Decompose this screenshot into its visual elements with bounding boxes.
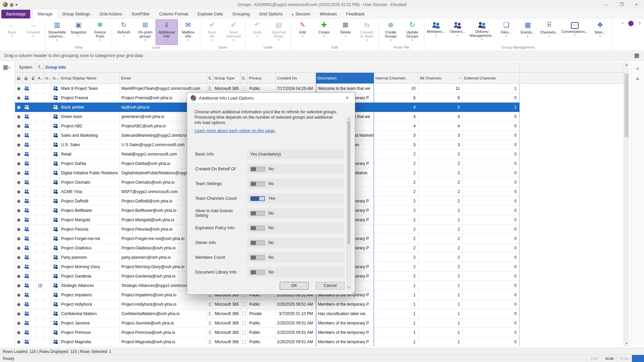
- header-is-1[interactable]: Is...: [44, 73, 51, 84]
- internal-channels-cell[interactable]: 2: [374, 253, 419, 262]
- tab-grouping[interactable]: Grouping: [228, 9, 254, 19]
- all-channels-cell[interactable]: 2: [419, 215, 463, 225]
- email-cell[interactable]: Project-Jasmine@ovh.ytria.io: [120, 318, 207, 328]
- group-type-cell[interactable]: Microsoft 365: [213, 309, 240, 318]
- all-channels-cell[interactable]: 1: [419, 318, 463, 328]
- checkbox-icon[interactable]: [242, 86, 246, 90]
- all-channels-cell[interactable]: 2: [419, 243, 463, 253]
- create-button[interactable]: ✚Create▾: [313, 20, 335, 45]
- all-channels-cell[interactable]: 2: [419, 234, 463, 243]
- group-display-name-cell[interactable]: Sales and Marketing: [59, 131, 120, 140]
- header-created-on[interactable]: Created On: [276, 73, 316, 84]
- toggle-switch[interactable]: [250, 181, 265, 186]
- edit-button[interactable]: ✎Edit▾: [292, 20, 313, 45]
- sites-button[interactable]: ❖Sites...▾: [589, 20, 611, 45]
- internal-channels-cell[interactable]: 2: [374, 149, 419, 159]
- dialog-close-icon[interactable]: ×: [343, 95, 352, 101]
- external-channels-cell[interactable]: 0: [463, 328, 520, 337]
- group-display-name-cell[interactable]: ACME Ytria: [59, 187, 120, 196]
- group-display-name-cell[interactable]: Green team: [59, 112, 120, 121]
- tab-explode-cells[interactable]: Explode Cells: [193, 9, 228, 19]
- group-display-name-cell[interactable]: Strategic Alliances: [59, 281, 120, 290]
- header-internal-channels[interactable]: Internal Channels: [374, 73, 419, 84]
- external-channels-cell[interactable]: 0: [463, 168, 520, 178]
- external-channels-cell[interactable]: 0: [463, 272, 520, 281]
- header-lock-3[interactable]: [30, 73, 37, 84]
- snapshot-button[interactable]: ▣Snapshot▾: [68, 20, 89, 45]
- group-display-name-cell[interactable]: Project Hollyhock: [59, 300, 120, 309]
- privacy-cell[interactable]: Public: [248, 337, 276, 347]
- external-channels-cell[interactable]: 0: [463, 187, 520, 196]
- help-icon[interactable]: ?: [638, 21, 641, 26]
- dialog-scroll-up-icon[interactable]: ▲: [347, 117, 351, 120]
- external-channels-cell[interactable]: 0: [463, 93, 520, 103]
- created-on-cell[interactable]: 2/25/2025 09:51 AM: [276, 318, 316, 328]
- group-display-name-cell[interactable]: Digital Initiative Public Relations: [59, 168, 120, 178]
- grouping-delete-icon[interactable]: ▦: [634, 52, 639, 59]
- checkbox-icon[interactable]: [242, 330, 246, 335]
- created-on-cell[interactable]: 3/7/2025 01:10 PM: [276, 309, 316, 318]
- all-channels-cell[interactable]: 1: [419, 300, 463, 309]
- selected-rows-button[interactable]: ▤Selected Rows▾: [268, 20, 289, 45]
- internal-channels-cell[interactable]: 1: [374, 309, 419, 318]
- external-channels-cell[interactable]: 0: [463, 215, 520, 225]
- internal-channels-cell[interactable]: 1: [374, 290, 419, 300]
- additional-info-button[interactable]: ⇓Additional Info▾: [156, 20, 177, 45]
- all-channels-cell[interactable]: 2: [419, 262, 463, 272]
- option-control[interactable]: Yes: [247, 193, 344, 203]
- group-display-name-cell[interactable]: U.S. Sales: [59, 140, 120, 149]
- internal-channels-cell[interactable]: 2: [374, 187, 419, 196]
- tab-backstage[interactable]: Backstage: [1, 10, 30, 18]
- header-a[interactable]: A...: [37, 73, 44, 84]
- tab-sort-filter[interactable]: Sort/Filter: [127, 9, 154, 19]
- internal-channels-cell[interactable]: 4: [374, 112, 419, 121]
- internal-channels-cell[interactable]: 2: [374, 196, 419, 206]
- all-channels-cell[interactable]: 2: [419, 272, 463, 281]
- external-channels-cell[interactable]: 0: [463, 262, 520, 272]
- tab-group-settings[interactable]: Group Settings: [58, 9, 95, 19]
- option-control[interactable]: No: [247, 208, 344, 218]
- external-channels-cell[interactable]: 0: [463, 121, 520, 131]
- scroll-down-icon[interactable]: ▼: [624, 341, 629, 347]
- external-channels-cell[interactable]: 1: [463, 84, 520, 93]
- group-display-name-cell[interactable]: Confidential Matters: [59, 309, 120, 318]
- checkbox-icon[interactable]: [242, 321, 246, 325]
- internal-channels-cell[interactable]: 2: [374, 159, 419, 168]
- close-button[interactable]: ×: [629, 0, 644, 9]
- group-display-name-cell[interactable]: Project Forget-me-not: [59, 234, 120, 243]
- all-channels-cell[interactable]: 2: [419, 206, 463, 215]
- external-channels-cell[interactable]: 0: [463, 243, 520, 253]
- external-channels-cell[interactable]: 0: [463, 149, 520, 159]
- description-cell[interactable]: Members of the temporary P: [316, 300, 374, 309]
- internal-channels-cell[interactable]: 2: [374, 272, 419, 281]
- on-prem-groups-button[interactable]: ⊞On-prem groups▾: [135, 20, 156, 45]
- internal-channels-cell[interactable]: 2: [374, 225, 419, 234]
- tab-column-format[interactable]: Column Format: [155, 9, 193, 19]
- group-display-name-cell[interactable]: Project Petunia: [59, 225, 120, 234]
- all-channels-cell[interactable]: 1: [419, 281, 463, 290]
- header-privacy[interactable]: Privacy: [248, 73, 276, 84]
- group-type-cell[interactable]: Microsoft 365: [213, 328, 240, 337]
- internal-channels-cell[interactable]: 2: [374, 178, 419, 187]
- table-row[interactable]: ◉ Confidential Matters ConfidentialMatte…: [15, 309, 624, 318]
- grouping-zone[interactable]: Drag a column header to this grouping zo…: [0, 50, 644, 61]
- group-display-name-cell[interactable]: Retail: [59, 149, 120, 159]
- refresh-button[interactable]: ↻Refresh▾: [113, 20, 135, 45]
- toggle-switch[interactable]: [250, 226, 265, 231]
- internal-channels-cell[interactable]: 1: [374, 318, 419, 328]
- external-channels-cell[interactable]: 0: [463, 309, 520, 318]
- internal-channels-cell[interactable]: 3: [374, 131, 419, 140]
- undo-button[interactable]: ↶Undo▾: [247, 20, 268, 45]
- option-control[interactable]: No: [247, 164, 344, 174]
- quick-access-chevron-icon[interactable]: ▾: [15, 2, 17, 7]
- delete-button[interactable]: ⊠Delete▾: [335, 20, 356, 45]
- all-channels-cell[interactable]: 1: [419, 290, 463, 300]
- toggle-switch[interactable]: [250, 167, 265, 172]
- group-display-name-cell[interactable]: Project ABC: [59, 121, 120, 131]
- description-cell[interactable]: Welcome to the team that we: [316, 84, 374, 93]
- all-channels-cell[interactable]: 1: [419, 309, 463, 318]
- table-row[interactable]: ◉ Project Primrose Project-Primrose@ovh.…: [15, 328, 624, 337]
- description-cell[interactable]: Has classification label set.: [316, 309, 374, 318]
- dialog-titlebar[interactable]: Additional Info Load Options ×: [187, 93, 355, 103]
- internal-channels-cell[interactable]: 1: [374, 281, 419, 290]
